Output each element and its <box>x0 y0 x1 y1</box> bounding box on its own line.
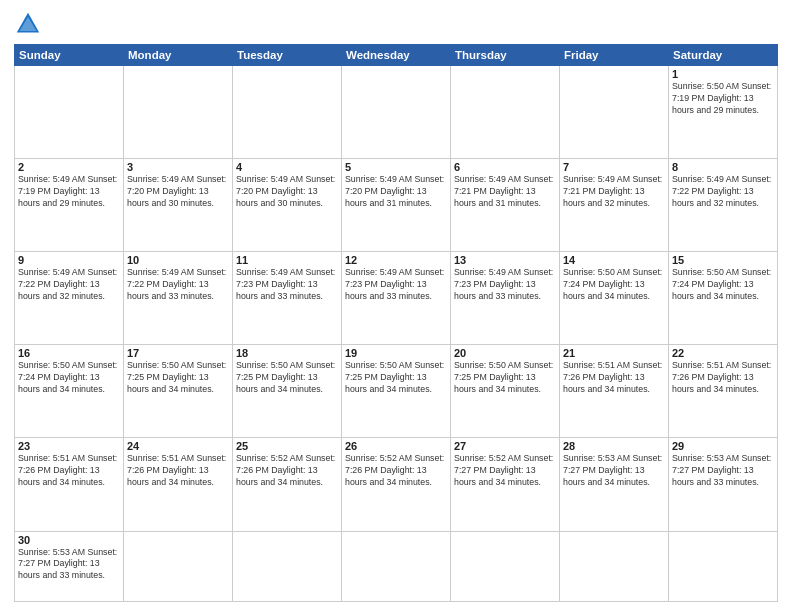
calendar-cell: 26Sunrise: 5:52 AM Sunset: 7:26 PM Dayli… <box>342 438 451 531</box>
calendar-cell <box>451 66 560 159</box>
calendar-week-1: 1Sunrise: 5:50 AM Sunset: 7:19 PM Daylig… <box>15 66 778 159</box>
day-number: 19 <box>345 347 447 359</box>
calendar-cell: 28Sunrise: 5:53 AM Sunset: 7:27 PM Dayli… <box>560 438 669 531</box>
day-info: Sunrise: 5:52 AM Sunset: 7:27 PM Dayligh… <box>454 453 556 489</box>
day-info: Sunrise: 5:51 AM Sunset: 7:26 PM Dayligh… <box>127 453 229 489</box>
day-info: Sunrise: 5:49 AM Sunset: 7:23 PM Dayligh… <box>454 267 556 303</box>
calendar-cell: 18Sunrise: 5:50 AM Sunset: 7:25 PM Dayli… <box>233 345 342 438</box>
calendar-cell: 16Sunrise: 5:50 AM Sunset: 7:24 PM Dayli… <box>15 345 124 438</box>
calendar-cell: 11Sunrise: 5:49 AM Sunset: 7:23 PM Dayli… <box>233 252 342 345</box>
day-info: Sunrise: 5:50 AM Sunset: 7:25 PM Dayligh… <box>127 360 229 396</box>
header <box>14 10 778 38</box>
day-number: 3 <box>127 161 229 173</box>
calendar-cell: 17Sunrise: 5:50 AM Sunset: 7:25 PM Dayli… <box>124 345 233 438</box>
day-info: Sunrise: 5:53 AM Sunset: 7:27 PM Dayligh… <box>672 453 774 489</box>
calendar-cell: 10Sunrise: 5:49 AM Sunset: 7:22 PM Dayli… <box>124 252 233 345</box>
calendar-cell: 29Sunrise: 5:53 AM Sunset: 7:27 PM Dayli… <box>669 438 778 531</box>
calendar-cell <box>124 66 233 159</box>
day-info: Sunrise: 5:49 AM Sunset: 7:19 PM Dayligh… <box>18 174 120 210</box>
calendar-cell: 23Sunrise: 5:51 AM Sunset: 7:26 PM Dayli… <box>15 438 124 531</box>
day-number: 2 <box>18 161 120 173</box>
day-info: Sunrise: 5:49 AM Sunset: 7:23 PM Dayligh… <box>345 267 447 303</box>
day-number: 29 <box>672 440 774 452</box>
day-info: Sunrise: 5:51 AM Sunset: 7:26 PM Dayligh… <box>672 360 774 396</box>
calendar-cell: 25Sunrise: 5:52 AM Sunset: 7:26 PM Dayli… <box>233 438 342 531</box>
weekday-header-thursday: Thursday <box>451 45 560 66</box>
calendar-cell: 9Sunrise: 5:49 AM Sunset: 7:22 PM Daylig… <box>15 252 124 345</box>
day-number: 27 <box>454 440 556 452</box>
day-info: Sunrise: 5:51 AM Sunset: 7:26 PM Dayligh… <box>18 453 120 489</box>
day-info: Sunrise: 5:51 AM Sunset: 7:26 PM Dayligh… <box>563 360 665 396</box>
day-info: Sunrise: 5:50 AM Sunset: 7:24 PM Dayligh… <box>563 267 665 303</box>
day-info: Sunrise: 5:49 AM Sunset: 7:20 PM Dayligh… <box>127 174 229 210</box>
day-number: 17 <box>127 347 229 359</box>
calendar-table: SundayMondayTuesdayWednesdayThursdayFrid… <box>14 44 778 602</box>
calendar-week-3: 9Sunrise: 5:49 AM Sunset: 7:22 PM Daylig… <box>15 252 778 345</box>
calendar-cell: 24Sunrise: 5:51 AM Sunset: 7:26 PM Dayli… <box>124 438 233 531</box>
calendar-cell: 7Sunrise: 5:49 AM Sunset: 7:21 PM Daylig… <box>560 159 669 252</box>
day-number: 12 <box>345 254 447 266</box>
day-info: Sunrise: 5:50 AM Sunset: 7:24 PM Dayligh… <box>18 360 120 396</box>
calendar-cell <box>15 66 124 159</box>
weekday-header-friday: Friday <box>560 45 669 66</box>
weekday-header-tuesday: Tuesday <box>233 45 342 66</box>
weekday-header-monday: Monday <box>124 45 233 66</box>
day-info: Sunrise: 5:49 AM Sunset: 7:22 PM Dayligh… <box>672 174 774 210</box>
calendar-cell: 30Sunrise: 5:53 AM Sunset: 7:27 PM Dayli… <box>15 531 124 601</box>
general-blue-icon <box>14 10 42 38</box>
calendar-cell <box>124 531 233 601</box>
day-info: Sunrise: 5:50 AM Sunset: 7:24 PM Dayligh… <box>672 267 774 303</box>
calendar-cell: 8Sunrise: 5:49 AM Sunset: 7:22 PM Daylig… <box>669 159 778 252</box>
weekday-header-saturday: Saturday <box>669 45 778 66</box>
day-number: 11 <box>236 254 338 266</box>
calendar-cell: 6Sunrise: 5:49 AM Sunset: 7:21 PM Daylig… <box>451 159 560 252</box>
day-info: Sunrise: 5:49 AM Sunset: 7:22 PM Dayligh… <box>127 267 229 303</box>
day-number: 5 <box>345 161 447 173</box>
page: SundayMondayTuesdayWednesdayThursdayFrid… <box>0 0 792 612</box>
calendar-week-5: 23Sunrise: 5:51 AM Sunset: 7:26 PM Dayli… <box>15 438 778 531</box>
day-info: Sunrise: 5:52 AM Sunset: 7:26 PM Dayligh… <box>345 453 447 489</box>
day-number: 23 <box>18 440 120 452</box>
day-info: Sunrise: 5:50 AM Sunset: 7:19 PM Dayligh… <box>672 81 774 117</box>
calendar-week-6: 30Sunrise: 5:53 AM Sunset: 7:27 PM Dayli… <box>15 531 778 601</box>
day-info: Sunrise: 5:50 AM Sunset: 7:25 PM Dayligh… <box>454 360 556 396</box>
day-number: 18 <box>236 347 338 359</box>
day-info: Sunrise: 5:53 AM Sunset: 7:27 PM Dayligh… <box>18 547 120 583</box>
calendar-header-row: SundayMondayTuesdayWednesdayThursdayFrid… <box>15 45 778 66</box>
day-number: 28 <box>563 440 665 452</box>
calendar-cell: 27Sunrise: 5:52 AM Sunset: 7:27 PM Dayli… <box>451 438 560 531</box>
day-number: 13 <box>454 254 556 266</box>
calendar-cell <box>233 66 342 159</box>
day-info: Sunrise: 5:49 AM Sunset: 7:23 PM Dayligh… <box>236 267 338 303</box>
calendar-cell: 20Sunrise: 5:50 AM Sunset: 7:25 PM Dayli… <box>451 345 560 438</box>
weekday-header-sunday: Sunday <box>15 45 124 66</box>
day-info: Sunrise: 5:50 AM Sunset: 7:25 PM Dayligh… <box>236 360 338 396</box>
logo <box>14 10 46 38</box>
day-info: Sunrise: 5:53 AM Sunset: 7:27 PM Dayligh… <box>563 453 665 489</box>
calendar-cell: 3Sunrise: 5:49 AM Sunset: 7:20 PM Daylig… <box>124 159 233 252</box>
calendar-cell <box>560 66 669 159</box>
calendar-cell: 2Sunrise: 5:49 AM Sunset: 7:19 PM Daylig… <box>15 159 124 252</box>
day-number: 10 <box>127 254 229 266</box>
day-info: Sunrise: 5:52 AM Sunset: 7:26 PM Dayligh… <box>236 453 338 489</box>
calendar-cell: 12Sunrise: 5:49 AM Sunset: 7:23 PM Dayli… <box>342 252 451 345</box>
calendar-week-4: 16Sunrise: 5:50 AM Sunset: 7:24 PM Dayli… <box>15 345 778 438</box>
day-info: Sunrise: 5:49 AM Sunset: 7:21 PM Dayligh… <box>563 174 665 210</box>
day-info: Sunrise: 5:49 AM Sunset: 7:20 PM Dayligh… <box>236 174 338 210</box>
day-info: Sunrise: 5:49 AM Sunset: 7:22 PM Dayligh… <box>18 267 120 303</box>
weekday-header-wednesday: Wednesday <box>342 45 451 66</box>
day-number: 7 <box>563 161 665 173</box>
calendar-cell: 15Sunrise: 5:50 AM Sunset: 7:24 PM Dayli… <box>669 252 778 345</box>
day-number: 14 <box>563 254 665 266</box>
day-number: 4 <box>236 161 338 173</box>
day-info: Sunrise: 5:49 AM Sunset: 7:21 PM Dayligh… <box>454 174 556 210</box>
day-number: 30 <box>18 534 120 546</box>
calendar-cell: 5Sunrise: 5:49 AM Sunset: 7:20 PM Daylig… <box>342 159 451 252</box>
calendar-cell <box>342 531 451 601</box>
day-info: Sunrise: 5:50 AM Sunset: 7:25 PM Dayligh… <box>345 360 447 396</box>
day-number: 21 <box>563 347 665 359</box>
calendar-cell <box>451 531 560 601</box>
calendar-cell <box>233 531 342 601</box>
day-number: 20 <box>454 347 556 359</box>
day-number: 1 <box>672 68 774 80</box>
